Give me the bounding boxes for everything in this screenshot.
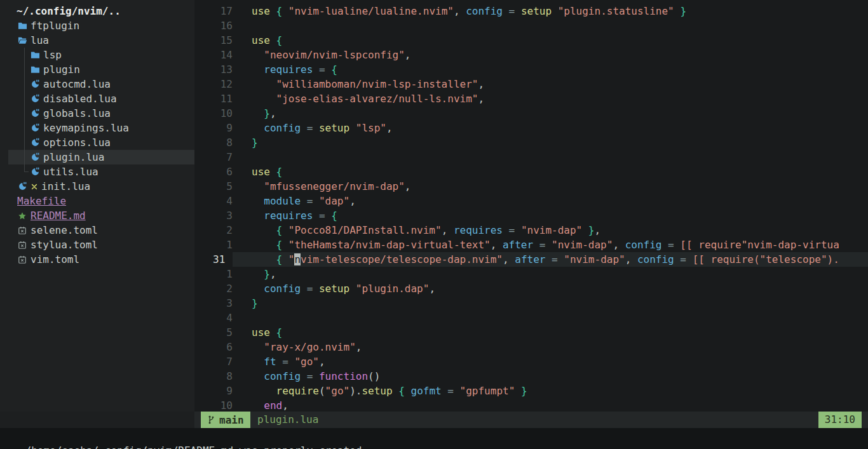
- code-line-current[interactable]: 31 { "nvim-telescope/telescope-dap.nvim"…: [194, 252, 868, 267]
- line-number: 3: [194, 296, 233, 311]
- tree-item-label: plugin.lua: [43, 150, 104, 164]
- tree-item-plugin.lua[interactable]: plugin.lua: [0, 150, 194, 164]
- statusline: main plugin.lua 31:10: [0, 412, 868, 428]
- code-line[interactable]: 2 { "Pocco81/DAPInstall.nvim", requires …: [194, 223, 868, 238]
- tree-item-autocmd.lua[interactable]: autocmd.lua: [0, 77, 194, 91]
- line-number: 4: [194, 194, 233, 208]
- line-number: 3: [194, 208, 233, 223]
- line-number: 5: [194, 325, 233, 340]
- tree-indent-guide: [24, 150, 25, 164]
- tree-item-lua[interactable]: lua: [0, 33, 194, 48]
- tree-item-disabled.lua[interactable]: disabled.lua: [0, 91, 194, 106]
- tree-indent-guide: [24, 121, 25, 135]
- code-text: module = "dap",: [233, 194, 868, 208]
- tree-item-stylua.toml[interactable]: stylua.toml: [0, 238, 194, 252]
- code-line[interactable]: 16: [194, 18, 868, 33]
- statusline-filename: plugin.lua: [257, 412, 318, 428]
- code-line[interactable]: 9 config = setup "lsp",: [194, 121, 868, 135]
- code-line[interactable]: 8 config = function(): [194, 369, 868, 384]
- code-line[interactable]: 10 end,: [194, 398, 868, 412]
- code-line[interactable]: 5use {: [194, 325, 868, 340]
- tree-item-globals.lua[interactable]: globals.lua: [0, 106, 194, 121]
- editor-buffer[interactable]: 17use { "nvim-lualine/lualine.nvim", con…: [194, 0, 868, 412]
- tree-item-label: vim.toml: [31, 252, 79, 267]
- line-number: 16: [194, 18, 233, 33]
- toml-file-icon: [17, 255, 27, 265]
- tree-item-vim.toml[interactable]: vim.toml: [0, 252, 194, 267]
- tree-item-keymapings.lua[interactable]: keymapings.lua: [0, 121, 194, 135]
- line-number: 8: [194, 135, 233, 150]
- line-number: 2: [194, 223, 233, 238]
- code-line[interactable]: 13 requires = {: [194, 62, 868, 77]
- code-line[interactable]: 5 "mfussenegger/nvim-dap",: [194, 179, 868, 194]
- code-line[interactable]: 1 { "theHamsta/nvim-dap-virtual-text", a…: [194, 238, 868, 252]
- line-number: 6: [194, 340, 233, 354]
- code-text: { "Pocco81/DAPInstall.nvim", requires = …: [233, 223, 868, 238]
- code-text: [233, 150, 868, 164]
- code-line[interactable]: 4: [194, 311, 868, 325]
- x-mark-icon: [31, 183, 41, 191]
- code-text: config = setup "lsp",: [233, 121, 868, 135]
- code-text: config = function(): [233, 369, 868, 384]
- line-number: 10: [194, 398, 233, 412]
- tree-item-selene.toml[interactable]: selene.toml: [0, 223, 194, 238]
- folder-closed-icon: [30, 65, 40, 75]
- code-line[interactable]: 3}: [194, 296, 868, 311]
- code-text: "mfussenegger/nvim-dap",: [233, 179, 868, 194]
- code-text: }: [233, 296, 868, 311]
- code-line[interactable]: 9 require("go").setup { gofmt = "gpfumpt…: [194, 384, 868, 398]
- tree-item-plugin[interactable]: plugin: [0, 62, 194, 77]
- code-line[interactable]: 6use {: [194, 164, 868, 179]
- git-branch-segment: main: [201, 412, 250, 428]
- code-text: [233, 311, 868, 325]
- tree-indent-guide: [24, 48, 25, 62]
- code-line[interactable]: 7 ft = "go",: [194, 354, 868, 369]
- lua-file-icon: [30, 109, 40, 119]
- code-text: requires = {: [233, 62, 868, 77]
- lua-file-icon: [30, 167, 40, 177]
- tree-item-options.lua[interactable]: options.lua: [0, 135, 194, 150]
- code-line[interactable]: 2 config = setup "plugin.dap",: [194, 281, 868, 296]
- line-number: 6: [194, 164, 233, 179]
- command-line[interactable]: /home/sasha/.config/nvim/README.md was p…: [0, 428, 868, 449]
- code-text: },: [233, 106, 868, 121]
- code-line[interactable]: 10 },: [194, 106, 868, 121]
- tree-indent-guide: [24, 106, 25, 121]
- code-line[interactable]: 14 "neovim/nvim-lspconfig",: [194, 48, 868, 62]
- code-text: "williamboman/nvim-lsp-installer",: [233, 77, 868, 91]
- tree-item-label: stylua.toml: [31, 238, 98, 252]
- code-line[interactable]: 12 "williamboman/nvim-lsp-installer",: [194, 77, 868, 91]
- line-number: 10: [194, 106, 233, 121]
- tree-item-label: disabled.lua: [43, 91, 117, 106]
- code-line[interactable]: 11 "jose-elias-alvarez/null-ls.nvim",: [194, 91, 868, 106]
- lua-file-icon: [30, 152, 40, 163]
- tree-item-label: autocmd.lua: [43, 77, 111, 91]
- tree-item-lsp[interactable]: lsp: [0, 48, 194, 62]
- code-line[interactable]: 15use {: [194, 33, 868, 48]
- tree-item-README.md[interactable]: README.md: [0, 208, 194, 223]
- tree-item-label: selene.toml: [31, 223, 98, 238]
- tree-items: ftpluginlualsppluginautocmd.luadisabled.…: [0, 18, 194, 267]
- code-line[interactable]: 4 module = "dap",: [194, 194, 868, 208]
- tree-item-ftplugin[interactable]: ftplugin: [0, 18, 194, 33]
- code-text: { "nvim-telescope/telescope-dap.nvim", a…: [233, 252, 868, 267]
- tree-item-label: utils.lua: [43, 164, 98, 179]
- code-line[interactable]: 6 "ray-x/go.nvim",: [194, 340, 868, 354]
- tree-item-utils.lua[interactable]: utils.lua: [0, 164, 194, 179]
- tree-item-init.lua[interactable]: init.lua: [0, 179, 194, 194]
- tree-item-label: keymapings.lua: [43, 121, 129, 135]
- toml-file-icon: [17, 240, 27, 250]
- tree-indent-guide: [24, 77, 25, 91]
- code-line[interactable]: 8}: [194, 135, 868, 150]
- code-text: requires = {: [233, 208, 868, 223]
- tree-item-label: plugin: [43, 62, 80, 77]
- code-line[interactable]: 17use { "nvim-lualine/lualine.nvim", con…: [194, 4, 868, 18]
- code-line[interactable]: 3 requires = {: [194, 208, 868, 223]
- code-line[interactable]: 7: [194, 150, 868, 164]
- file-tree-panel: ~/.config/nvim/.. ftpluginlualsppluginau…: [0, 0, 194, 412]
- tree-item-Makefile[interactable]: Makefile: [0, 194, 194, 208]
- tree-indent-guide: [24, 135, 25, 150]
- code-line[interactable]: 1 },: [194, 267, 868, 281]
- git-branch-icon: [207, 415, 215, 425]
- folder-closed-icon: [17, 21, 27, 31]
